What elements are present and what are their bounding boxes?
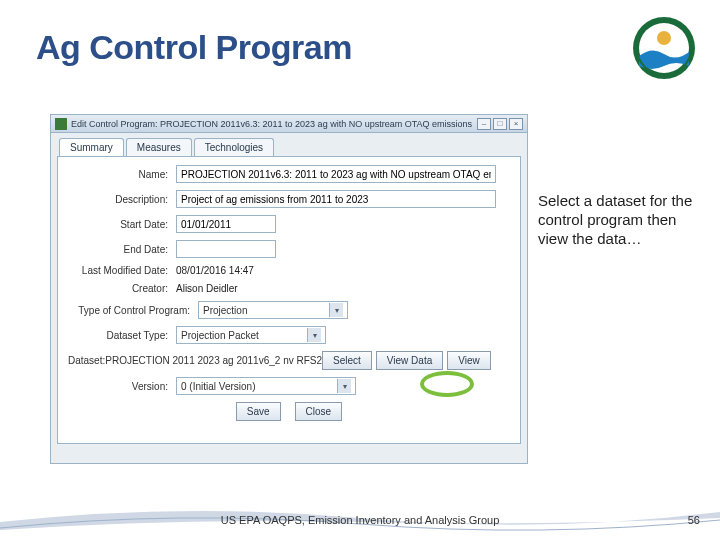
maximize-button[interactable]: □ [493,118,507,130]
minimize-button[interactable]: – [477,118,491,130]
dataset-value: PROJECTION 2011 2023 ag 2011v6_2 nv RFS2 [105,355,322,366]
tab-measures[interactable]: Measures [126,138,192,156]
footer-text: US EPA OAQPS, Emission Inventory and Ana… [0,514,720,526]
name-input[interactable] [176,165,496,183]
creator-value: Alison Deidler [176,283,238,294]
page-number: 56 [688,514,700,526]
close-button[interactable]: Close [295,402,343,421]
select-button[interactable]: Select [322,351,372,370]
chevron-down-icon: ▾ [337,379,351,393]
epa-logo [632,16,696,80]
creator-label: Creator: [68,283,176,294]
window-titlebar[interactable]: Edit Control Program: PROJECTION 2011v6.… [51,115,527,133]
dataset-type-select[interactable]: Projection Packet ▾ [176,326,326,344]
type-of-control-label: Type of Control Program: [68,305,198,316]
name-label: Name: [68,169,176,180]
close-window-button[interactable]: × [509,118,523,130]
start-date-label: Start Date: [68,219,176,230]
slide-title: Ag Control Program [36,28,352,67]
dataset-type-value: Projection Packet [181,330,259,341]
callout-text: Select a dataset for the control program… [538,192,698,248]
save-button[interactable]: Save [236,402,281,421]
app-icon [55,118,67,130]
chevron-down-icon: ▾ [307,328,321,342]
tab-technologies[interactable]: Technologies [194,138,274,156]
type-of-control-value: Projection [203,305,247,316]
view-button[interactable]: View [447,351,491,370]
tab-summary[interactable]: Summary [59,138,124,156]
svg-point-2 [657,31,671,45]
description-input[interactable] [176,190,496,208]
start-date-input[interactable] [176,215,276,233]
last-modified-value: 08/01/2016 14:47 [176,265,254,276]
summary-panel: Name: Description: Start Date: End Date:… [57,156,521,444]
end-date-input[interactable] [176,240,276,258]
view-data-button[interactable]: View Data [376,351,443,370]
version-value: 0 (Initial Version) [181,381,255,392]
version-select[interactable]: 0 (Initial Version) ▾ [176,377,356,395]
edit-control-program-window: Edit Control Program: PROJECTION 2011v6.… [50,114,528,464]
dataset-label: Dataset: [68,355,105,366]
window-title: Edit Control Program: PROJECTION 2011v6.… [71,119,475,129]
chevron-down-icon: ▾ [329,303,343,317]
tab-bar: Summary Measures Technologies [51,133,527,156]
end-date-label: End Date: [68,244,176,255]
description-label: Description: [68,194,176,205]
last-modified-label: Last Modified Date: [68,265,176,276]
dataset-type-label: Dataset Type: [68,330,176,341]
version-label: Version: [68,381,176,392]
type-of-control-select[interactable]: Projection ▾ [198,301,348,319]
